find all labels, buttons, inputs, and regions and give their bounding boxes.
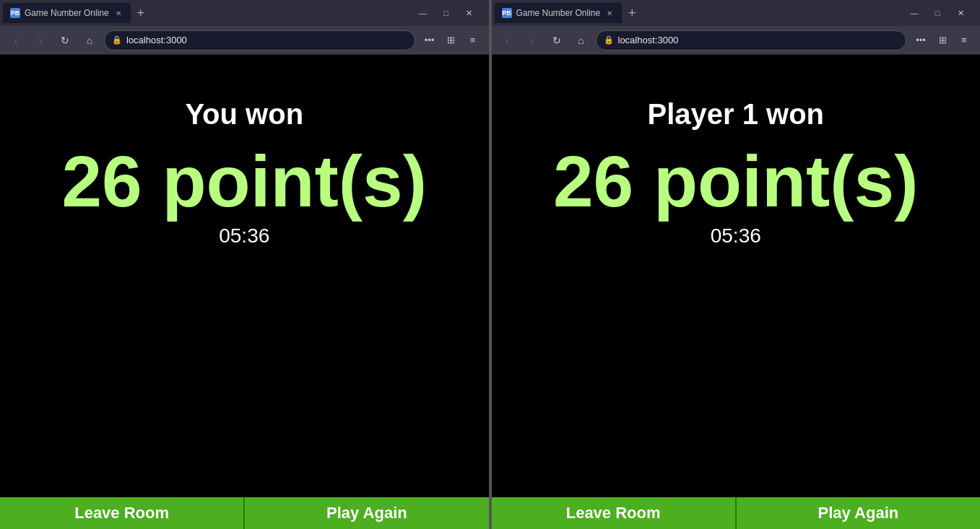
menu-button-left[interactable]: ≡ <box>463 30 483 51</box>
tab-favicon-left: PB <box>10 8 20 18</box>
tab-right[interactable]: PB Game Number Online ✕ <box>495 3 623 23</box>
browser-window-left: PB Game Number Online ✕ + — □ ✕ ‹ › ↻ ⌂ … <box>0 0 490 529</box>
minimize-button-right[interactable]: — <box>903 3 925 23</box>
back-button-left[interactable]: ‹ <box>6 30 26 51</box>
refresh-button-left[interactable]: ↻ <box>55 30 75 51</box>
more-button-left[interactable]: ••• <box>420 30 440 51</box>
close-button-right[interactable]: ✕ <box>950 3 971 23</box>
home-button-right[interactable]: ⌂ <box>571 30 591 51</box>
points-display-left: 26 point(s) <box>61 145 427 217</box>
tab-title-right: Game Number Online <box>516 8 601 18</box>
timer-display-left: 05:36 <box>219 224 269 248</box>
refresh-button-right[interactable]: ↻ <box>547 30 567 51</box>
play-again-button-left[interactable]: Play Again <box>245 497 488 529</box>
button-row-left: Leave Room Play Again <box>0 497 489 529</box>
url-bar-left[interactable]: 🔒 localhost:3000 <box>104 30 415 51</box>
forward-button-left[interactable]: › <box>30 30 51 51</box>
game-content-left: You won 26 point(s) 05:36 Leave Room Pla… <box>0 55 489 529</box>
toolbar-right-left: ••• ⊞ ≡ <box>420 30 483 51</box>
close-button-left[interactable]: ✕ <box>459 3 480 23</box>
address-bar-right: ‹ › ↻ ⌂ 🔒 localhost:3000 ••• ⊞ ≡ <box>492 26 981 55</box>
points-display-right: 26 point(s) <box>553 145 919 217</box>
tab-title-left: Game Number Online <box>25 8 109 18</box>
forward-button-right[interactable]: › <box>522 30 542 51</box>
tab-left[interactable]: PB Game Number Online ✕ <box>3 3 131 23</box>
extensions-button-left[interactable]: ⊞ <box>441 30 461 51</box>
tab-favicon-right: PB <box>502 8 512 18</box>
more-button-right[interactable]: ••• <box>911 30 931 51</box>
url-text-right: localhost:3000 <box>618 35 679 45</box>
minimize-button-left[interactable]: — <box>412 3 434 23</box>
tab-bar-right: PB Game Number Online ✕ + — □ ✕ <box>492 0 981 26</box>
new-tab-button-left[interactable]: + <box>131 3 151 23</box>
window-controls-right: — □ ✕ <box>903 3 977 23</box>
window-controls-left: — □ ✕ <box>412 3 486 23</box>
maximize-button-left[interactable]: □ <box>435 3 457 23</box>
back-button-right[interactable]: ‹ <box>498 30 518 51</box>
browser-window-right: PB Game Number Online ✕ + — □ ✕ ‹ › ↻ ⌂ … <box>492 0 981 529</box>
tab-bar-left: PB Game Number Online ✕ + — □ ✕ <box>0 0 489 26</box>
address-bar-left: ‹ › ↻ ⌂ 🔒 localhost:3000 ••• ⊞ ≡ <box>0 26 489 55</box>
win-title-left: You won <box>185 98 303 131</box>
maximize-button-right[interactable]: □ <box>927 3 948 23</box>
menu-button-right[interactable]: ≡ <box>954 30 974 51</box>
new-tab-button-right[interactable]: + <box>622 3 642 23</box>
home-button-left[interactable]: ⌂ <box>79 30 100 51</box>
timer-display-right: 05:36 <box>711 224 761 248</box>
play-again-button-right[interactable]: Play Again <box>737 497 980 529</box>
leave-room-button-left[interactable]: Leave Room <box>0 497 245 529</box>
win-title-right: Player 1 won <box>647 98 824 131</box>
url-bar-right[interactable]: 🔒 localhost:3000 <box>596 30 907 51</box>
button-row-right: Leave Room Play Again <box>492 497 981 529</box>
toolbar-right-right: ••• ⊞ ≡ <box>911 30 974 51</box>
extensions-button-right[interactable]: ⊞ <box>932 30 953 51</box>
lock-icon-right: 🔒 <box>604 35 614 45</box>
url-text-left: localhost:3000 <box>126 35 187 45</box>
tab-close-left[interactable]: ✕ <box>113 8 123 18</box>
lock-icon-left: 🔒 <box>112 35 122 45</box>
tab-close-right[interactable]: ✕ <box>604 8 615 18</box>
leave-room-button-right[interactable]: Leave Room <box>492 497 737 529</box>
game-content-right: Player 1 won 26 point(s) 05:36 Leave Roo… <box>492 55 981 529</box>
